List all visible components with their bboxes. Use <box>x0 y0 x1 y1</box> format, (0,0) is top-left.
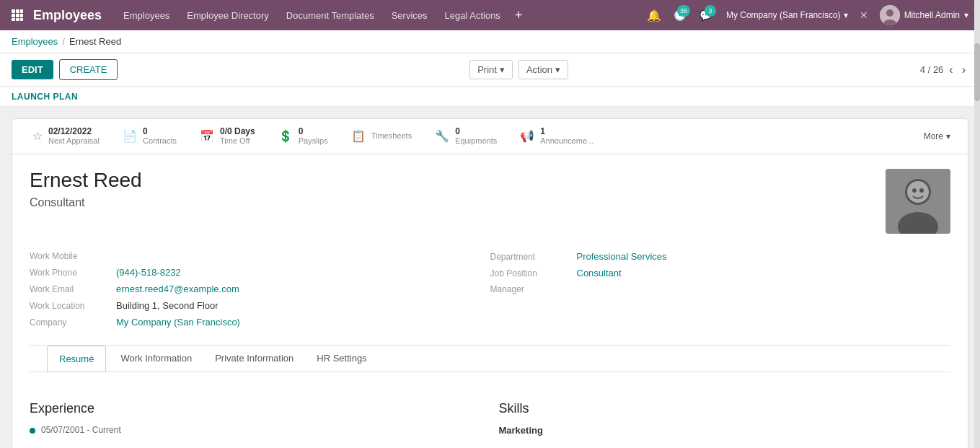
manager-label: Manager <box>490 284 577 294</box>
work-phone-value[interactable]: (944)-518-8232 <box>116 267 181 278</box>
stat-tab-announcements[interactable]: 📢 1 Announceme... <box>508 119 605 154</box>
experience-item: 05/07/2001 - Current <box>30 425 482 435</box>
nav-links: Employees Employee Directory Document Te… <box>115 0 641 30</box>
employee-photo <box>886 169 950 234</box>
user-chevron-icon: ▾ <box>964 10 968 20</box>
user-menu[interactable]: Mitchell Admin ▾ <box>874 5 974 25</box>
job-position-field: Job Position Consultant <box>490 268 951 278</box>
job-position-label: Job Position <box>490 268 577 278</box>
stat-tab-equipment[interactable]: 🔧 0 Equipments <box>423 119 508 154</box>
activity-badge: 36 <box>677 5 690 17</box>
breadcrumb-separator: / <box>62 36 65 47</box>
action-button[interactable]: Action ▾ <box>518 60 568 79</box>
work-email-field: Work Email ernest.reed47@example.com <box>30 284 490 294</box>
equipment-label: Equipments <box>455 136 497 145</box>
next-page-button[interactable]: › <box>959 62 968 78</box>
employee-header: Ernest Reed Consultant <box>30 169 950 234</box>
timeoff-label: Time Off <box>220 136 255 145</box>
work-mobile-label: Work Mobile <box>30 251 116 261</box>
company-selector[interactable]: My Company (San Francisco) ▾ <box>720 10 854 20</box>
equipment-icon: 🔧 <box>435 129 449 143</box>
fields-right: Department Professional Services Job Pos… <box>490 251 951 333</box>
company-name: My Company (San Francisco) <box>726 10 841 20</box>
work-phone-field: Work Phone (944)-518-8232 <box>30 267 490 278</box>
work-location-field: Work Location Building 1, Second Floor <box>30 300 490 311</box>
nav-add-button[interactable]: + <box>509 0 529 30</box>
print-button[interactable]: Print ▾ <box>469 60 513 79</box>
pagination-text: 4 / 26 <box>920 64 944 75</box>
work-location-value: Building 1, Second Floor <box>116 300 218 311</box>
app-grid-icon[interactable] <box>6 4 29 27</box>
stat-tab-timesheets[interactable]: 📋 Timesheets <box>340 122 423 151</box>
equipment-count: 0 <box>455 126 497 136</box>
avatar <box>880 5 900 25</box>
more-label: More <box>924 131 943 141</box>
employee-card: ☆ 02/12/2022 Next Appraisal 📄 0 Contract… <box>12 118 968 448</box>
announcements-count: 1 <box>540 126 593 136</box>
tab-hr-settings[interactable]: HR Settings <box>305 346 378 372</box>
tab-resume[interactable]: Resumé <box>47 346 106 372</box>
close-icon[interactable]: ✕ <box>857 9 871 21</box>
department-label: Department <box>490 252 577 262</box>
work-mobile-field: Work Mobile <box>30 251 490 261</box>
message-icon[interactable]: 💬 3 <box>694 4 718 27</box>
scrollbar-thumb[interactable] <box>974 43 980 101</box>
timesheets-icon: 📋 <box>351 129 366 143</box>
nav-employee-directory[interactable]: Employee Directory <box>178 0 277 30</box>
tab-private-information[interactable]: Private Information <box>203 346 305 372</box>
tab-work-information[interactable]: Work Information <box>109 346 203 372</box>
svg-point-10 <box>886 9 893 17</box>
experience-date: 05/07/2001 - Current <box>41 425 121 435</box>
svg-rect-0 <box>12 9 15 13</box>
svg-rect-4 <box>16 14 19 17</box>
prev-page-button[interactable]: ‹ <box>946 62 955 78</box>
department-value[interactable]: Professional Services <box>577 251 667 262</box>
breadcrumb: Employees / Ernest Reed <box>0 30 980 53</box>
contracts-label: Contracts <box>143 136 177 145</box>
svg-point-16 <box>912 188 917 193</box>
job-position-value[interactable]: Consultant <box>577 268 622 278</box>
announcements-icon: 📢 <box>520 129 534 143</box>
work-email-label: Work Email <box>30 284 116 294</box>
stat-tab-contracts[interactable]: 📄 0 Contracts <box>111 119 188 154</box>
nav-right-actions: 🔔 🕐 36 💬 3 My Company (San Francisco) ▾ … <box>643 4 974 27</box>
more-button[interactable]: More ▾ <box>915 124 959 149</box>
appraisal-label: Next Appraisal <box>48 136 100 145</box>
nav-services[interactable]: Services <box>383 0 436 30</box>
edit-button[interactable]: EDIT <box>12 60 53 79</box>
experience-title: Experience <box>30 401 482 416</box>
work-location-label: Work Location <box>30 301 116 311</box>
contracts-icon: 📄 <box>123 129 137 143</box>
scrollbar[interactable] <box>974 0 980 448</box>
experience-section: Experience 05/07/2001 - Current <box>30 401 482 441</box>
breadcrumb-parent[interactable]: Employees <box>12 36 58 47</box>
nav-document-templates[interactable]: Document Templates <box>278 0 383 30</box>
employee-name: Ernest Reed <box>30 169 142 192</box>
company-field-value[interactable]: My Company (San Francisco) <box>116 317 240 328</box>
stat-tab-payslips[interactable]: 💲 0 Payslips <box>267 119 340 154</box>
timeoff-icon: 📅 <box>200 129 214 143</box>
skills-section: Skills Marketing <box>499 401 951 441</box>
stat-tabs: ☆ 02/12/2022 Next Appraisal 📄 0 Contract… <box>12 119 968 154</box>
activity-icon[interactable]: 🕐 36 <box>668 4 692 27</box>
employee-name-section: Ernest Reed Consultant <box>30 169 142 209</box>
stat-tab-timeoff[interactable]: 📅 0/0 Days Time Off <box>188 119 267 154</box>
svg-rect-5 <box>20 14 23 17</box>
stat-tab-appraisal[interactable]: ☆ 02/12/2022 Next Appraisal <box>21 119 111 154</box>
svg-rect-1 <box>16 9 19 13</box>
payslips-icon: 💲 <box>278 129 293 143</box>
create-button[interactable]: CREATE <box>59 59 118 80</box>
nav-employees[interactable]: Employees <box>115 0 178 30</box>
nav-legal-actions[interactable]: Legal Actions <box>436 0 509 30</box>
detail-tabs: Resumé Work Information Private Informat… <box>30 345 950 372</box>
company-chevron-icon: ▾ <box>844 10 848 20</box>
launch-plan-button[interactable]: LAUNCH PLAN <box>12 92 78 102</box>
work-email-value[interactable]: ernest.reed47@example.com <box>116 284 239 294</box>
manager-field: Manager <box>490 284 951 294</box>
svg-rect-8 <box>20 18 23 21</box>
notification-bell[interactable]: 🔔 <box>643 4 666 27</box>
department-field: Department Professional Services <box>490 251 951 262</box>
timesheets-label: Timesheets <box>371 131 412 140</box>
company-field-label: Company <box>30 317 116 328</box>
print-chevron-icon: ▾ <box>500 64 505 75</box>
